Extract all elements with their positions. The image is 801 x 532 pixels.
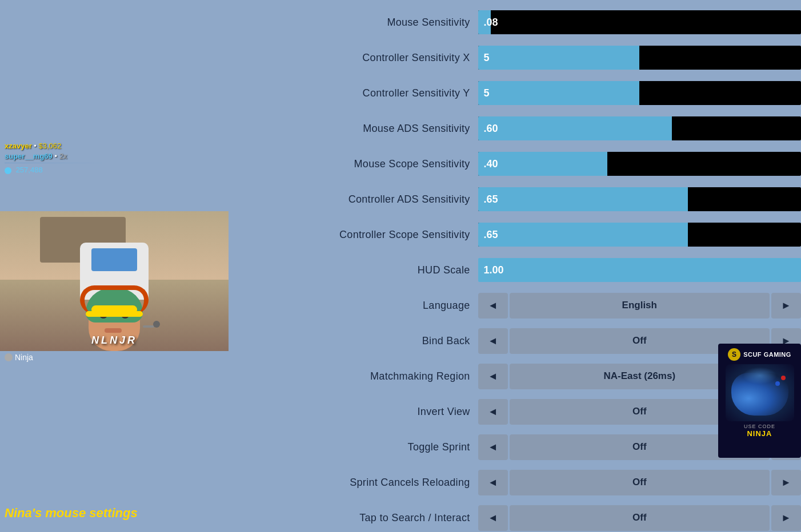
mic-arm [143, 325, 154, 328]
mic-head [153, 321, 160, 328]
slider-fill-controller-sensitivity-y: 5 [478, 81, 640, 105]
ninja-figure: NlNJR [0, 211, 229, 351]
label-language: Language [230, 300, 478, 312]
arrow-left-region[interactable]: ◄ [478, 364, 508, 389]
label-tap-to-search: Tap to Search / Interact [230, 512, 478, 524]
chat-overlay: xzavyer • $3,062 super__mg69 • 2x 257,48… [5, 142, 130, 174]
arrow-right-language[interactable]: ► [771, 293, 801, 319]
slider-controller-sensitivity-y[interactable]: 5 [478, 81, 801, 105]
row-mouse-scope-sensitivity: Mouse Scope Sensitivity .40 [230, 146, 801, 182]
scuf-use-code-label: USE CODE [744, 424, 775, 429]
follower-count: 257,488 [5, 166, 130, 174]
row-controller-sensitivity-y: Controller Sensitivity Y 5 [230, 75, 801, 111]
value-controller-ads-sensitivity: .65 [484, 194, 498, 205]
value-language: English [510, 293, 770, 319]
label-controller-ads-sensitivity: Controller ADS Sensitivity [230, 194, 478, 205]
row-controller-sensitivity-x: Controller Sensitivity X 5 [230, 40, 801, 75]
arrow-left-language[interactable]: ◄ [478, 293, 508, 319]
ninja-text: NlNJR [0, 334, 229, 346]
value-controller-sensitivity-y: 5 [484, 87, 490, 99]
streamer-name-badge: Ninja [5, 353, 33, 362]
label-mouse-scope-sensitivity: Mouse Scope Sensitivity [230, 158, 478, 170]
row-mouse-sensitivity: Mouse Sensitivity .08 [230, 5, 801, 40]
webcam-area: NlNJR [0, 211, 229, 351]
row-tap-to-search: Tap to Search / Interact ◄ Off ► [230, 500, 801, 532]
slider-controller-ads-sensitivity[interactable]: .65 [478, 187, 801, 211]
label-region: Matchmaking Region [230, 370, 478, 382]
dropdown-tap-to-search: ◄ Off ► [478, 505, 801, 531]
nina-settings-text: Nina's mouse settings [5, 506, 138, 521]
slider-fill-controller-sensitivity-x: 5 [478, 46, 640, 70]
person-headphones [80, 285, 149, 314]
row-bind-back: Bind Back ◄ Off ► [230, 323, 801, 358]
chat-item-1: xzavyer • $3,062 [5, 142, 130, 150]
chat-separator-line [5, 163, 107, 163]
scuf-controller-image [726, 364, 794, 421]
label-mouse-sensitivity: Mouse Sensitivity [230, 17, 478, 29]
row-invert-view: Invert View ◄ Off ► [230, 394, 801, 429]
scuf-title: SCUF GAMING [743, 351, 791, 358]
streamer-label: Ninja [15, 353, 33, 362]
follower-icon [5, 167, 11, 174]
slider-fill-controller-scope-sensitivity: .65 [478, 223, 688, 247]
row-sprint-cancels-reloading: Sprint Cancels Reloading ◄ Off ► [230, 465, 801, 500]
arrow-right-sprint-cancels-reloading[interactable]: ► [771, 470, 801, 495]
slider-controller-sensitivity-x[interactable]: 5 [478, 46, 801, 70]
arrow-left-bind-back[interactable]: ◄ [478, 328, 508, 354]
btn-x [775, 381, 780, 386]
label-controller-sensitivity-y: Controller Sensitivity Y [230, 87, 478, 99]
slider-hud-scale[interactable]: 1.00 [478, 258, 801, 282]
arrow-left-invert-view[interactable]: ◄ [478, 399, 508, 425]
value-sprint-cancels-reloading: Off [510, 470, 770, 495]
label-controller-scope-sensitivity: Controller Scope Sensitivity [230, 229, 478, 241]
label-hud-scale: HUD Scale [230, 264, 478, 276]
value-mouse-ads-sensitivity: .60 [484, 123, 498, 135]
mouth [105, 328, 122, 333]
slider-fill-mouse-sensitivity: .08 [478, 10, 491, 34]
label-invert-view: Invert View [230, 406, 478, 418]
chat-item-2: super__mg69 • 2x [5, 152, 130, 160]
arrow-left-sprint-cancels-reloading[interactable]: ◄ [478, 470, 508, 495]
scuf-header: S SCUF GAMING [728, 348, 791, 361]
btn-circle [781, 376, 786, 380]
headband [86, 311, 143, 317]
row-mouse-ads-sensitivity: Mouse ADS Sensitivity .60 [230, 111, 801, 146]
chat-separator-2: • [54, 152, 57, 160]
slider-fill-hud-scale: 1.00 [478, 258, 801, 282]
slider-mouse-scope-sensitivity[interactable]: .40 [478, 152, 801, 176]
shirt-design [91, 248, 137, 271]
chat-amount-2: 2x [59, 152, 67, 160]
value-controller-scope-sensitivity: .65 [484, 229, 498, 241]
streamer-icon [5, 353, 13, 361]
label-sprint-cancels-reloading: Sprint Cancels Reloading [230, 477, 478, 489]
slider-mouse-sensitivity[interactable]: .08 [478, 10, 801, 34]
slider-controller-scope-sensitivity[interactable]: .65 [478, 223, 801, 247]
chat-amount-1: $3,062 [39, 142, 62, 150]
chat-separator-1: • [34, 142, 37, 150]
row-controller-scope-sensitivity: Controller Scope Sensitivity .65 [230, 217, 801, 252]
row-toggle-sprint: Toggle Sprint ◄ Off ► [230, 429, 801, 465]
arrow-right-tap-to-search[interactable]: ► [771, 505, 801, 531]
chat-username-2: super__mg69 [5, 152, 53, 160]
arrow-left-tap-to-search[interactable]: ◄ [478, 505, 508, 531]
value-hud-scale: 1.00 [484, 264, 504, 276]
value-tap-to-search: Off [510, 505, 770, 531]
label-mouse-ads-sensitivity: Mouse ADS Sensitivity [230, 123, 478, 135]
label-controller-sensitivity-x: Controller Sensitivity X [230, 52, 478, 64]
dropdown-language: ◄ English ► [478, 293, 801, 319]
scuf-icon: S [728, 348, 740, 361]
arrow-left-toggle-sprint[interactable]: ◄ [478, 434, 508, 460]
controller-glow [743, 367, 777, 384]
slider-fill-mouse-scope-sensitivity: .40 [478, 152, 607, 176]
label-toggle-sprint: Toggle Sprint [230, 441, 478, 453]
settings-panel: Mouse Sensitivity .08 Controller Sensiti… [230, 0, 801, 532]
row-hud-scale: HUD Scale 1.00 [230, 252, 801, 288]
slider-mouse-ads-sensitivity[interactable]: .60 [478, 116, 801, 140]
dropdown-sprint-cancels-reloading: ◄ Off ► [478, 470, 801, 495]
value-mouse-sensitivity: .08 [484, 17, 498, 29]
scuf-code-value: NINJA [747, 429, 772, 438]
slider-fill-controller-ads-sensitivity: .65 [478, 187, 688, 211]
value-controller-sensitivity-x: 5 [484, 52, 490, 64]
row-controller-ads-sensitivity: Controller ADS Sensitivity .65 [230, 182, 801, 217]
value-mouse-scope-sensitivity: .40 [484, 158, 498, 170]
